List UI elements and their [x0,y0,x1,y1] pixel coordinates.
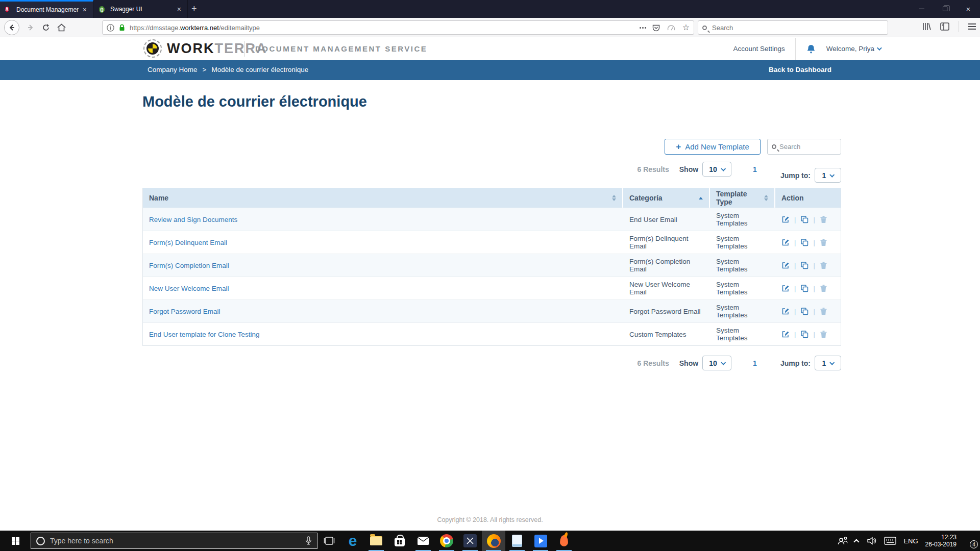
forward-button[interactable] [27,23,35,32]
design-app-taskbar-icon[interactable] [458,531,482,551]
page-title: Modèle de courrier électronique [142,93,367,110]
column-header-name[interactable]: Name [143,188,623,208]
taskbar-search-box[interactable] [31,533,317,549]
copy-icon[interactable] [800,330,808,338]
action-separator: | [813,285,815,292]
jump-to-select[interactable]: 1 [815,168,841,183]
edit-icon[interactable] [781,284,790,292]
tab-close-icon[interactable]: × [176,5,182,13]
sidebar-icon[interactable] [940,22,949,31]
start-button[interactable] [0,531,31,551]
browser-tab-active[interactable]: A Document Management Servic × [0,0,93,18]
delete-icon[interactable] [820,261,827,269]
language-indicator[interactable]: ENG [903,537,918,545]
copy-icon[interactable] [800,215,808,223]
task-view-button[interactable] [317,531,341,551]
menu-hamburger-icon[interactable] [968,23,976,24]
mail-taskbar-icon[interactable] [411,531,435,551]
copy-icon[interactable] [800,261,808,269]
taskbar-search-input[interactable] [50,537,300,545]
tab-close-icon[interactable]: × [82,6,88,14]
site-info-icon[interactable] [107,24,114,32]
edit-icon[interactable] [781,215,790,223]
firefox-taskbar-icon[interactable] [482,531,505,551]
tab-title: Document Management Servic [16,6,79,13]
account-settings-link[interactable]: Account Settings [733,45,785,53]
edit-icon[interactable] [781,307,790,315]
edit-icon[interactable] [781,330,790,338]
column-header-template-type[interactable]: Template Type [710,188,775,208]
template-name-link[interactable]: New User Welcome Email [149,285,229,292]
delete-icon[interactable] [820,307,827,315]
workterra-logo[interactable]: WORKTERRA [143,39,267,58]
window-close-button[interactable]: × [957,0,980,18]
reload-button[interactable] [42,23,50,32]
column-header-category[interactable]: Categoría [623,188,710,208]
action-separator: | [794,216,796,223]
browser-search-box[interactable] [698,20,888,35]
sort-icon[interactable] [612,195,616,201]
system-tray: ENG 12:23 26-03-2019 4 [837,531,980,551]
add-new-template-button[interactable]: + Add New Template [665,139,761,155]
page-size-select[interactable]: 10 [702,356,731,370]
delete-icon[interactable] [820,330,827,338]
movies-tv-taskbar-icon[interactable] [529,531,552,551]
template-name-link[interactable]: End User template for Clone Testing [149,331,260,338]
page-size-select[interactable]: 10 [702,162,731,177]
touch-keyboard-icon[interactable] [884,537,896,545]
copy-icon[interactable] [800,307,808,315]
browser-search-input[interactable] [712,24,884,32]
taskbar-clock[interactable]: 12:23 26-03-2019 [925,534,957,548]
template-name-link[interactable]: Form(s) Completion Email [149,262,229,269]
template-category-cell: Forgot Password Email [623,300,710,322]
page-actions-icon[interactable] [640,27,641,29]
tray-expand-icon[interactable] [854,539,860,544]
sort-icon[interactable] [764,195,768,201]
results-count: 6 Results [638,165,669,173]
pocket-icon[interactable] [652,24,660,32]
edit-icon[interactable] [781,261,790,269]
back-to-dashboard-link[interactable]: Back to Dashboard [769,66,831,73]
table-search-box[interactable] [767,139,841,155]
microsoft-store-taskbar-icon[interactable] [388,531,411,551]
notification-bell-icon[interactable] [806,44,816,54]
back-button[interactable] [4,20,19,35]
welcome-user-menu[interactable]: Welcome, Priya [826,45,880,53]
window-minimize-button[interactable] [910,0,933,18]
breadcrumb-company-home[interactable]: Company Home [148,66,198,73]
https-lock-icon[interactable] [118,24,126,32]
table-search-input[interactable] [779,143,837,151]
jump-to-select[interactable]: 1 [815,356,841,370]
page-number-link[interactable]: 1 [753,165,757,173]
bookmark-star-icon[interactable]: ☆ [682,23,690,32]
template-type-cell: System Templates [710,254,775,277]
delete-icon[interactable] [820,238,827,246]
delete-icon[interactable] [820,284,827,292]
action-center-icon[interactable]: 4 [964,535,976,546]
templates-table: Name Categoría Template Type Action Revi… [142,188,841,346]
file-explorer-taskbar-icon[interactable] [364,531,388,551]
new-tab-button[interactable]: + [191,3,197,14]
template-name-link[interactable]: Forgot Password Email [149,308,220,315]
template-name-link[interactable]: Review and Sign Documents [149,216,237,223]
library-icon[interactable] [922,22,931,31]
chrome-taskbar-icon[interactable] [435,531,458,551]
flame-app-taskbar-icon[interactable] [552,531,576,551]
people-icon[interactable] [837,536,848,546]
volume-icon[interactable] [867,536,877,545]
window-restore-button[interactable] [933,0,957,18]
notepad-taskbar-icon[interactable] [505,531,529,551]
browser-tab-swagger[interactable]: { } Swagger UI × [94,0,188,18]
copy-icon[interactable] [800,238,808,246]
microphone-icon[interactable] [305,536,312,546]
home-button[interactable] [57,23,66,32]
delete-icon[interactable] [820,215,827,223]
copy-icon[interactable] [800,284,808,292]
url-bar[interactable]: https://dmsstage.workterra.net/editemail… [102,20,694,35]
template-name-link[interactable]: Form(s) Delinquent Email [149,239,227,246]
gauge-icon[interactable] [667,24,675,31]
edge-taskbar-icon[interactable]: e [341,531,364,551]
page-number-link[interactable]: 1 [753,359,757,367]
edit-icon[interactable] [781,238,790,246]
sort-asc-icon[interactable] [699,197,703,199]
